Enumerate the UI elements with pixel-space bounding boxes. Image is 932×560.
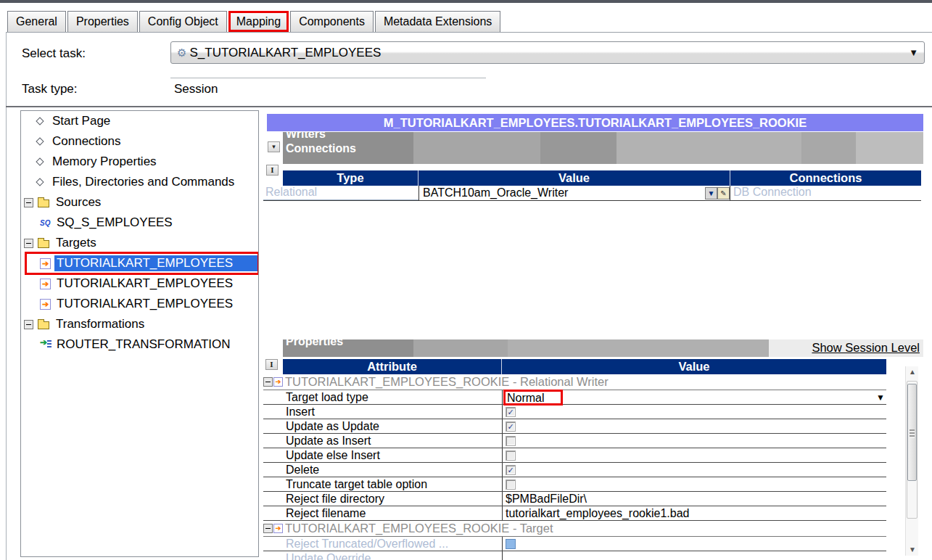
tree-item-tutorialkart-employees-3[interactable]: ➔TUTORIALKART_EMPLOYEES: [21, 294, 258, 314]
scroll-down-triangle-icon[interactable]: ▼: [906, 544, 919, 556]
writer-connections-cell: DB Connection: [730, 186, 921, 200]
column-header-attribute: Attribute: [283, 359, 502, 374]
scroll-up-triangle-icon[interactable]: ▲: [906, 366, 919, 378]
writer-connection-value: BATCH10am_Oracle_Writer: [423, 186, 568, 199]
group-row-relational-writer[interactable]: ➔ TUTORIALKART_EMPLOYEES_ROOKIE - Relati…: [263, 374, 886, 390]
writers-banner-label: Writers: [286, 132, 923, 141]
writer-value-cell[interactable]: BATCH10am_Oracle_Writer ▼ ✎: [418, 186, 730, 200]
target-arrow-icon: ➔: [40, 258, 51, 269]
expand-rows-button[interactable]: I: [265, 359, 278, 370]
diamond-icon: [36, 117, 44, 125]
property-row-truncate-target-table: Truncate target table option: [263, 477, 886, 492]
expand-rows-button[interactable]: I: [266, 165, 279, 176]
tab-config-object[interactable]: Config Object: [139, 11, 227, 32]
mapping-object-title: M_TUTORIALKART_EMPLOYEES.TUTORIALKART_EM…: [267, 114, 923, 131]
tree-group-sources[interactable]: Sources: [21, 192, 258, 213]
column-header-connections: Connections: [730, 170, 921, 186]
connection-picker-chevron-down-icon[interactable]: ▼: [705, 187, 717, 199]
property-row-update-override: Update Override: [263, 551, 886, 560]
diamond-icon: [36, 178, 44, 186]
collapse-icon[interactable]: [263, 524, 273, 533]
target-arrow-icon: ➔: [273, 524, 283, 533]
tab-strip: General Properties Config Object Mapping…: [7, 11, 500, 32]
reject-filename-field[interactable]: tutorialkart_employees_rookie1.bad: [502, 506, 886, 520]
property-row-update-as-update: Update as Update: [263, 419, 886, 434]
tree-item-start-page[interactable]: Start Page: [21, 111, 258, 131]
target-arrow-icon: ➔: [40, 299, 51, 310]
connection-edit-pencil-icon[interactable]: ✎: [717, 187, 730, 199]
window-top-border: [0, 0, 932, 3]
writer-row: Relational BATCH10am_Oracle_Writer ▼ ✎ D…: [263, 186, 921, 201]
update-as-insert-checkbox[interactable]: [506, 436, 516, 446]
show-session-level-link[interactable]: Show Session Level: [812, 341, 920, 355]
property-row-update-as-insert: Update as Insert: [263, 434, 886, 448]
session-gear-icon: ⚙: [177, 46, 186, 59]
column-header-value: Value: [502, 359, 886, 374]
property-row-insert: Insert: [263, 405, 886, 419]
writers-connections-banner: Writers Connections: [283, 132, 923, 164]
scrollbar-grip-icon: [910, 429, 915, 438]
collapse-icon[interactable]: [24, 320, 33, 329]
select-task-value: S_TUTORIALKART_EMPLOYEES: [189, 46, 909, 60]
property-row-reject-file-directory: Reject file directory $PMBadFileDir\: [263, 492, 886, 506]
properties-vertical-scrollbar[interactable]: ▲ ▼: [905, 366, 918, 556]
collapse-section-button[interactable]: ▾: [268, 141, 280, 152]
chevron-down-icon[interactable]: ▼: [909, 47, 918, 58]
tree-group-transformations[interactable]: Transformations: [21, 314, 258, 334]
session-editor-window: General Properties Config Object Mapping…: [0, 0, 932, 560]
tree-item-memory-properties[interactable]: Memory Properties: [21, 152, 258, 172]
annotation-red-box: Normal: [503, 390, 563, 405]
target-load-type-dropdown[interactable]: Normal ▼: [502, 390, 886, 404]
truncate-target-table-checkbox[interactable]: [506, 479, 516, 490]
tab-general[interactable]: General: [7, 11, 66, 32]
mapping-navigation-tree: Start Page Connections Memory Properties…: [20, 110, 259, 557]
properties-table: ➔ TUTORIALKART_EMPLOYEES_ROOKIE - Relati…: [263, 374, 886, 560]
tree-item-router-transformation[interactable]: ROUTER_TRANSFORMATION: [21, 334, 258, 355]
task-type-value: Session: [174, 82, 218, 96]
tree-group-targets[interactable]: Targets: [21, 233, 258, 253]
task-type-label: Task type:: [22, 82, 78, 96]
folder-icon: [38, 321, 49, 329]
tree-item-files-directories-commands[interactable]: Files, Directories and Commands: [21, 172, 258, 192]
collapse-icon[interactable]: [24, 239, 33, 248]
column-header-value: Value: [418, 170, 730, 186]
tree-item-connections[interactable]: Connections: [21, 131, 258, 152]
diamond-icon: [36, 157, 44, 165]
property-row-target-load-type: Target load type Normal ▼: [263, 390, 886, 405]
property-row-delete: Delete: [263, 463, 886, 477]
collapse-icon[interactable]: [24, 198, 33, 207]
reject-truncated-checkbox: [506, 539, 516, 549]
tree-item-tutorialkart-employees-selected[interactable]: ➔TUTORIALKART_EMPLOYEES: [21, 253, 258, 273]
scrollbar-thumb[interactable]: [907, 384, 917, 481]
connections-banner-label: Connections: [286, 141, 923, 156]
task-type-field-border: [170, 78, 486, 78]
property-row-update-else-insert: Update else Insert: [263, 448, 886, 463]
tab-mapping[interactable]: Mapping: [228, 11, 289, 32]
property-row-reject-truncated-overflowed: Reject Truncated/Overflowed ...: [263, 537, 886, 551]
router-transformation-icon: [40, 339, 51, 350]
target-arrow-icon: ➔: [40, 279, 51, 289]
chevron-down-icon[interactable]: ▼: [876, 392, 885, 403]
tree-item-sq-s-employees[interactable]: SQSQ_S_EMPLOYEES: [21, 213, 258, 233]
insert-checkbox[interactable]: [506, 407, 516, 417]
properties-table-header: Attribute Value: [283, 359, 886, 374]
update-else-insert-checkbox[interactable]: [506, 450, 516, 461]
reject-file-directory-field[interactable]: $PMBadFileDir\: [502, 492, 886, 506]
property-row-reject-filename: Reject filename tutorialkart_employees_r…: [263, 506, 886, 521]
update-as-update-checkbox[interactable]: [506, 421, 516, 432]
select-task-dropdown[interactable]: ⚙ S_TUTORIALKART_EMPLOYEES ▼: [170, 41, 925, 64]
tab-components[interactable]: Components: [290, 11, 374, 32]
target-arrow-icon: ➔: [273, 377, 283, 387]
section-separator: [6, 106, 932, 107]
folder-icon: [38, 240, 49, 248]
delete-checkbox[interactable]: [506, 465, 516, 475]
collapse-icon[interactable]: [263, 377, 273, 387]
group-row-target[interactable]: ➔ TUTORIALKART_EMPLOYEES_ROOKIE - Target: [263, 521, 886, 537]
update-override-field: [502, 551, 886, 560]
writers-table-header: Type Value Connections: [283, 170, 921, 186]
tab-properties[interactable]: Properties: [67, 11, 138, 32]
tab-metadata-extensions[interactable]: Metadata Extensions: [375, 11, 500, 32]
sq-icon: SQ: [40, 219, 53, 227]
diamond-icon: [36, 137, 44, 145]
tree-item-tutorialkart-employees-2[interactable]: ➔TUTORIALKART_EMPLOYEES: [21, 273, 258, 294]
